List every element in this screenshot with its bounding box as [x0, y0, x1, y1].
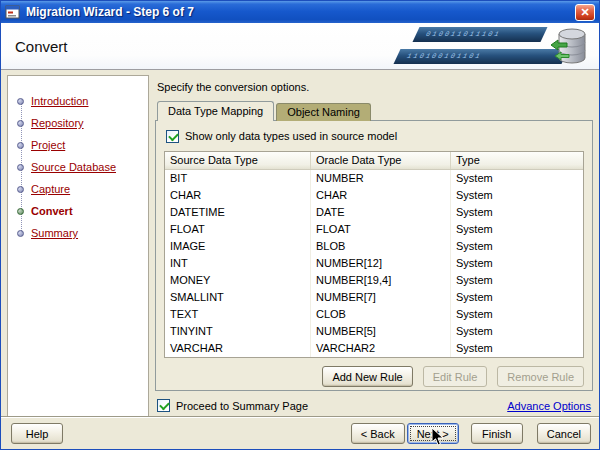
binary-text: 010011011101 [424, 30, 502, 38]
table-row[interactable]: INT NUMBER[12] System [165, 255, 583, 272]
header-graphic: 010011011101 110100101101 [364, 23, 599, 70]
step-bullet-icon [17, 208, 24, 215]
cell-oracle-type: VARCHAR2 [311, 340, 451, 357]
cell-type: System [451, 306, 583, 323]
step-bullet-icon [17, 98, 24, 105]
tab-data-type-mapping[interactable]: Data Type Mapping [157, 101, 274, 121]
step-bullet-icon [17, 120, 24, 127]
sidebar-item-summary[interactable]: Summary [8, 222, 148, 244]
cell-type: System [451, 255, 583, 272]
step-label: Convert [31, 205, 73, 217]
help-button[interactable]: Help [11, 423, 63, 444]
table-row[interactable]: CHAR CHAR System [165, 187, 583, 204]
show-only-checkbox[interactable] [166, 130, 179, 143]
wizard-header: Convert 010011011101 110100101101 [1, 23, 599, 70]
cell-oracle-type: NUMBER[7] [311, 289, 451, 306]
proceed-to-summary-checkbox[interactable] [157, 399, 170, 412]
cell-oracle-type: FLOAT [311, 221, 451, 238]
cell-type: System [451, 187, 583, 204]
table-row[interactable]: FLOAT FLOAT System [165, 221, 583, 238]
table-row[interactable]: BIT NUMBER System [165, 170, 583, 187]
table-row[interactable]: IMAGE BLOB System [165, 238, 583, 255]
wizard-icon [5, 4, 21, 20]
table-row[interactable]: TEXT CLOB System [165, 306, 583, 323]
table-row[interactable]: SMALLINT NUMBER[7] System [165, 289, 583, 306]
sidebar-item-convert[interactable]: Convert [8, 200, 148, 222]
table-row[interactable]: VARCHAR VARCHAR2 System [165, 340, 583, 357]
step-label: Introduction [31, 95, 88, 107]
tab-bar: Data Type Mapping Object Naming [155, 101, 593, 121]
step-bullet-icon [17, 186, 24, 193]
tab-object-naming[interactable]: Object Naming [276, 103, 371, 121]
cell-oracle-type: NUMBER[19,4] [311, 272, 451, 289]
cell-oracle-type: CHAR [311, 187, 451, 204]
add-new-rule-button[interactable]: Add New Rule [322, 366, 412, 387]
cell-type: System [451, 221, 583, 238]
proceed-to-summary-label: Proceed to Summary Page [176, 400, 308, 412]
tab-panel: Show only data types used in source mode… [155, 120, 593, 391]
binary-decoration: 010011011101 [413, 27, 548, 42]
cell-oracle-type: BLOB [311, 238, 451, 255]
column-header-oracle-type[interactable]: Oracle Data Type [311, 152, 451, 169]
step-bullet-icon [17, 142, 24, 149]
cell-type: System [451, 204, 583, 221]
sidebar-item-project[interactable]: Project [8, 134, 148, 156]
cell-oracle-type: DATE [311, 204, 451, 221]
table-row[interactable]: MONEY NUMBER[19,4] System [165, 272, 583, 289]
finish-button[interactable]: Finish [471, 423, 523, 444]
cell-oracle-type: CLOB [311, 306, 451, 323]
cell-source-type: VARCHAR [165, 340, 311, 357]
step-bullet-icon [17, 164, 24, 171]
show-only-label: Show only data types used in source mode… [185, 130, 397, 142]
cell-type: System [451, 323, 583, 340]
sidebar-item-repository[interactable]: Repository [8, 112, 148, 134]
remove-rule-button: Remove Rule [497, 366, 584, 387]
cell-type: System [451, 170, 583, 187]
main-content: Specify the conversion options. Data Typ… [155, 75, 593, 412]
table-row[interactable]: TINYINT NUMBER[5] System [165, 323, 583, 340]
instruction-text: Specify the conversion options. [157, 81, 593, 93]
table-row[interactable]: DATETIME DATE System [165, 204, 583, 221]
step-label: Project [31, 139, 65, 151]
step-label: Capture [31, 183, 70, 195]
cell-source-type: SMALLINT [165, 289, 311, 306]
edit-rule-button: Edit Rule [423, 366, 488, 387]
cell-source-type: TINYINT [165, 323, 311, 340]
binary-text: 110100101101 [405, 52, 483, 60]
step-label: Summary [31, 227, 78, 239]
data-type-mapping-table: Source Data Type Oracle Data Type Type B… [164, 151, 584, 358]
page-title: Convert [15, 38, 68, 55]
cell-oracle-type: NUMBER[5] [311, 323, 451, 340]
cell-source-type: INT [165, 255, 311, 272]
column-header-type[interactable]: Type [451, 152, 583, 169]
cell-source-type: MONEY [165, 272, 311, 289]
wizard-steps-sidebar: Introduction Repository Project Source D… [7, 75, 149, 417]
cell-oracle-type: NUMBER[12] [311, 255, 451, 272]
window-title: Migration Wizard - Step 6 of 7 [26, 5, 575, 19]
step-bullet-icon [17, 230, 24, 237]
cell-type: System [451, 272, 583, 289]
sidebar-item-capture[interactable]: Capture [8, 178, 148, 200]
next-button[interactable]: Next > [407, 423, 459, 444]
step-label: Source Database [31, 161, 116, 173]
sidebar-item-source-database[interactable]: Source Database [8, 156, 148, 178]
cell-source-type: BIT [165, 170, 311, 187]
step-label: Repository [31, 117, 84, 129]
cell-source-type: DATETIME [165, 204, 311, 221]
title-bar[interactable]: Migration Wizard - Step 6 of 7 ✕ [1, 1, 599, 23]
close-button[interactable]: ✕ [575, 4, 595, 21]
cell-source-type: IMAGE [165, 238, 311, 255]
back-button[interactable]: < Back [351, 423, 405, 444]
cancel-button[interactable]: Cancel [537, 423, 591, 444]
cell-type: System [451, 289, 583, 306]
migration-wizard-window: Migration Wizard - Step 6 of 7 ✕ Convert… [0, 0, 600, 450]
footer-bar: Help < Back Next > Finish Cancel [1, 416, 599, 449]
cell-source-type: FLOAT [165, 221, 311, 238]
table-header-row: Source Data Type Oracle Data Type Type [165, 152, 583, 170]
advance-options-link[interactable]: Advance Options [507, 400, 591, 412]
column-header-source-type[interactable]: Source Data Type [165, 152, 311, 169]
cell-source-type: TEXT [165, 306, 311, 323]
cell-oracle-type: NUMBER [311, 170, 451, 187]
sidebar-item-introduction[interactable]: Introduction [8, 90, 148, 112]
cell-source-type: CHAR [165, 187, 311, 204]
